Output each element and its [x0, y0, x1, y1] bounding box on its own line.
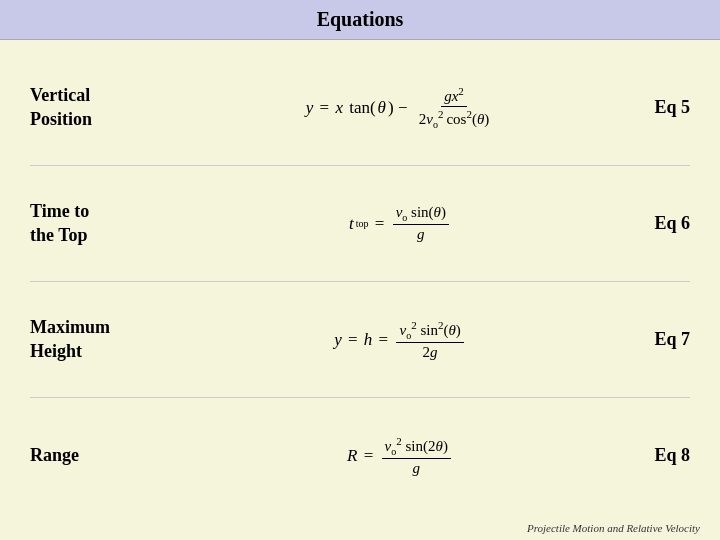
eq-number-7: Eq 7 [620, 329, 690, 350]
eq-number-6: Eq 6 [620, 213, 690, 234]
formula-time-to-top: ttop = vo sin(θ) g [180, 204, 620, 243]
formula-maximum-height: y = h = vo2 sin2(θ) 2g [180, 319, 620, 361]
label-maximum-height: Maximum Height [30, 316, 180, 363]
formula-range: R = vo2 sin(2θ) g [180, 435, 620, 477]
page-header: Equations [0, 0, 720, 40]
label-range: Range [30, 444, 180, 467]
equations-table: Vertical Position y = x tan(θ) − gx2 2vo… [0, 40, 720, 518]
eq-row-maximum-height: Maximum Height y = h = vo2 sin2(θ) 2g Eq… [30, 282, 690, 398]
header-title: Equations [317, 8, 404, 30]
footer: Projectile Motion and Relative Velocity [0, 518, 720, 540]
formula-vertical-position: y = x tan(θ) − gx2 2vo2 cos2(θ) [180, 85, 620, 130]
eq-number-8: Eq 8 [620, 445, 690, 466]
label-time-to-top: Time to the Top [30, 200, 180, 247]
eq-row-vertical-position: Vertical Position y = x tan(θ) − gx2 2vo… [30, 50, 690, 166]
eq-row-time-to-top: Time to the Top ttop = vo sin(θ) g Eq 6 [30, 166, 690, 282]
eq-number-5: Eq 5 [620, 97, 690, 118]
page: Equations Vertical Position y = x tan(θ)… [0, 0, 720, 540]
label-vertical-position: Vertical Position [30, 84, 180, 131]
eq-row-range: Range R = vo2 sin(2θ) g Eq 8 [30, 398, 690, 513]
footer-text: Projectile Motion and Relative Velocity [527, 522, 700, 534]
